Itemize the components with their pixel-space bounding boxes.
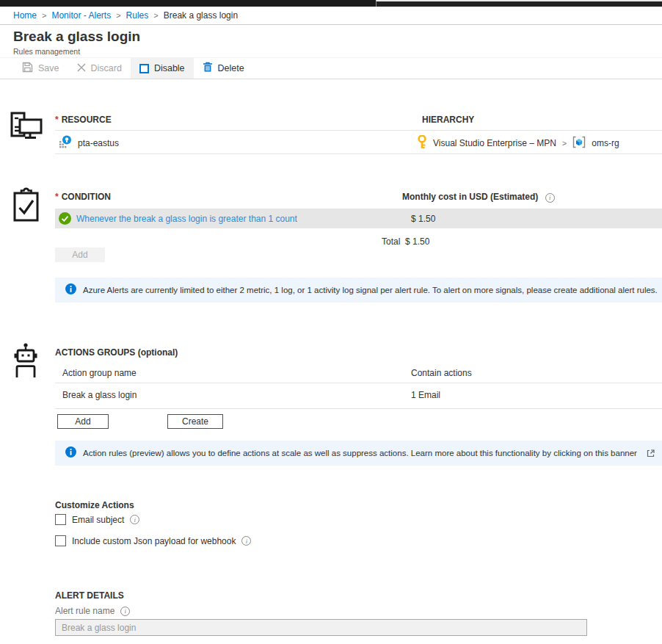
success-check-icon: [59, 212, 71, 225]
cost-info-icon[interactable]: i: [545, 193, 555, 203]
trash-icon: [203, 62, 213, 75]
alert-rule-name-input[interactable]: [55, 619, 587, 636]
divider: [55, 383, 662, 383]
alerts-limit-banner[interactable]: Azure Alerts are currently limited to ei…: [55, 278, 662, 303]
resource-group-name: oms-rg: [592, 138, 619, 148]
banner-text: Azure Alerts are currently limited to ei…: [83, 286, 658, 294]
column-action-group-name: Action group name: [62, 368, 137, 378]
breadcrumb-home[interactable]: Home: [13, 10, 37, 21]
global-search-input[interactable]: [376, 0, 662, 7]
cost-column-header: Monthly cost in USD (Estimated) i: [402, 192, 555, 203]
breadcrumb-monitor-alerts[interactable]: Monitor - Alerts: [51, 10, 111, 21]
email-subject-checkbox[interactable]: [55, 514, 66, 525]
json-payload-label: Include custom Json payload for webhook: [72, 536, 236, 546]
resource-section-icon: [10, 112, 44, 145]
hierarchy-chevron: >: [562, 139, 567, 148]
save-button[interactable]: Save: [13, 58, 68, 79]
condition-section-icon: [12, 187, 40, 225]
divider: [55, 130, 662, 131]
action-rules-banner[interactable]: Action rules (preview) allows you to def…: [55, 441, 662, 466]
alert-rule-name-label: Alert rule name: [55, 606, 114, 616]
disable-button[interactable]: Disable: [131, 58, 194, 79]
banner-text: Action rules (preview) allows you to def…: [83, 449, 637, 457]
alert-rule-page: Home > Monitor - Alerts > Rules > Break …: [0, 0, 662, 644]
alert-rule-name-row: Alert rule name i: [55, 606, 130, 616]
command-bar: Save Discard Disable Delete: [0, 57, 662, 79]
disable-icon: [139, 64, 149, 73]
alert-details-label: ALERT DETAILS: [55, 590, 124, 601]
resource-group-icon: [572, 136, 586, 151]
resource-label: *RESOURCE: [55, 115, 112, 125]
condition-total-value: $ 1.50: [405, 236, 429, 247]
breadcrumb-current: Break a glass login: [164, 10, 238, 21]
json-payload-checkbox[interactable]: [55, 535, 66, 546]
alert-rule-name-info-icon[interactable]: i: [120, 607, 130, 616]
divider: [55, 153, 662, 154]
save-icon: [22, 62, 33, 75]
breadcrumb-rules[interactable]: Rules: [126, 10, 149, 21]
top-bar: [0, 0, 662, 7]
condition-cost: $ 1.50: [411, 214, 435, 224]
condition-add-button[interactable]: Add: [55, 247, 105, 262]
external-link-icon: [647, 449, 655, 457]
resource-name: pta-eastus: [78, 138, 119, 148]
resource-row[interactable]: pta-eastus: [59, 135, 119, 151]
hierarchy-row: Visual Studio Enterprise – MPN > oms-rg: [417, 135, 619, 151]
info-icon: [65, 446, 76, 460]
breadcrumb: Home > Monitor - Alerts > Rules > Break …: [0, 7, 662, 25]
subscription-name: Visual Studio Enterprise – MPN: [433, 138, 556, 148]
email-subject-option: Email subject i: [55, 514, 139, 525]
page-title: Break a glass login: [13, 29, 140, 45]
json-payload-option: Include custom Json payload for webhook …: [55, 535, 251, 546]
delete-button[interactable]: Delete: [194, 58, 253, 79]
discard-button[interactable]: Discard: [68, 58, 131, 79]
action-group-name: Break a glass login: [62, 390, 137, 400]
email-subject-info-icon[interactable]: i: [130, 515, 139, 524]
breadcrumb-separator: >: [42, 11, 46, 20]
action-groups-label: ACTIONS GROUPS (optional): [55, 347, 178, 358]
breadcrumb-separator: >: [153, 11, 158, 20]
breadcrumb-separator: >: [116, 11, 120, 20]
condition-row[interactable]: Whenever the break a glass login is grea…: [55, 209, 662, 228]
condition-link[interactable]: Whenever the break a glass login is grea…: [76, 214, 297, 224]
action-group-add-button[interactable]: Add: [57, 414, 109, 429]
action-group-row[interactable]: Break a glass login 1 Email: [62, 390, 662, 400]
json-payload-info-icon[interactable]: i: [241, 536, 251, 546]
action-groups-section-icon: [12, 342, 40, 380]
condition-label: *CONDITION: [55, 192, 111, 202]
log-analytics-workspace-icon: [59, 135, 72, 151]
column-contain-actions: Contain actions: [411, 368, 472, 378]
page-subtitle: Rules management: [13, 47, 140, 56]
discard-icon: [77, 63, 86, 74]
info-icon: [65, 283, 76, 297]
action-group-create-button[interactable]: Create: [167, 414, 223, 429]
customize-actions-label: Customize Actions: [55, 500, 134, 510]
email-subject-label: Email subject: [72, 515, 124, 525]
subscription-key-icon: [417, 135, 427, 151]
action-group-actions: 1 Email: [411, 390, 440, 400]
divider: [55, 408, 662, 409]
hierarchy-label: HIERARCHY: [422, 115, 474, 125]
condition-total: Total $ 1.50: [382, 236, 429, 247]
